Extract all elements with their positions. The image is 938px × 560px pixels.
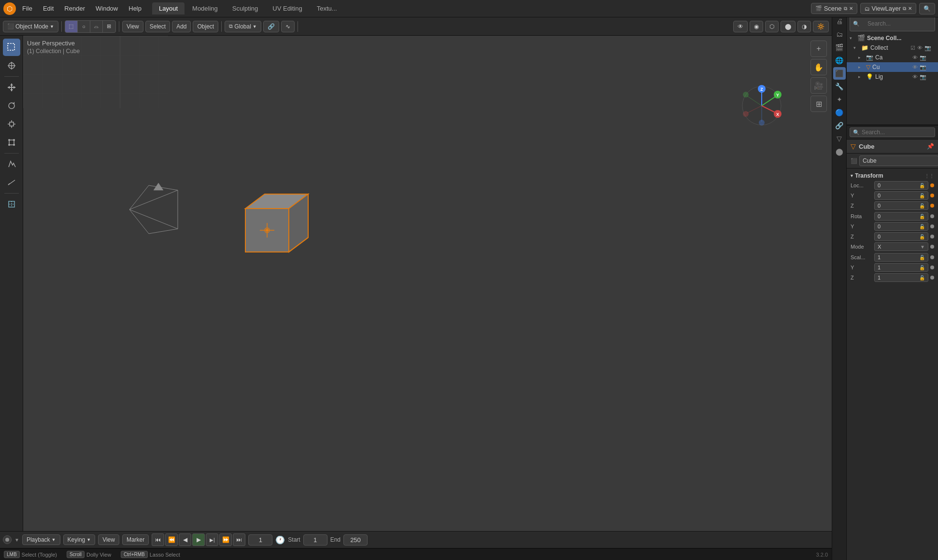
object-menu[interactable]: Object xyxy=(193,21,218,32)
tab-layout[interactable]: Layout xyxy=(152,2,185,14)
tool-add-object[interactable] xyxy=(3,196,20,213)
view-menu[interactable]: View xyxy=(122,21,143,32)
tool-rotate[interactable] xyxy=(3,97,20,114)
select-mode-4[interactable]: ⊞ xyxy=(103,21,115,32)
prop-icon-constraints[interactable]: 🔗 xyxy=(833,119,846,132)
camera-view-button[interactable]: 🎥 xyxy=(810,77,827,94)
light-eye[interactable]: 👁 xyxy=(912,74,918,80)
grid-view-button[interactable]: ⊞ xyxy=(810,96,827,112)
cube-eye[interactable]: 👁 xyxy=(912,64,918,70)
tool-cursor[interactable] xyxy=(3,57,20,74)
current-frame-input[interactable] xyxy=(248,534,272,546)
loc-z-lock[interactable]: 🔓 xyxy=(919,203,925,209)
rot-x-lock[interactable]: 🔓 xyxy=(919,214,925,219)
location-x-field[interactable]: 0 🔓 xyxy=(874,181,928,190)
rotation-mode-field[interactable]: X ▼ xyxy=(874,242,928,251)
collect-render[interactable]: 📷 xyxy=(924,45,931,51)
transport-next-frame[interactable]: ▶| xyxy=(206,533,218,546)
main-viewport[interactable]: User Perspective (1) Collection | Cube xyxy=(23,36,832,531)
transform-selector[interactable]: ⧉ Global ▼ xyxy=(225,21,261,32)
shading-mode-solid[interactable]: ⬤ xyxy=(781,21,796,32)
prop-icon-material[interactable]: ⬤ xyxy=(833,145,846,158)
viewlayer-selector[interactable]: 🗂 ViewLayer ⧉ ✕ xyxy=(860,3,916,14)
shading-mode-render[interactable]: 🔆 xyxy=(813,21,829,32)
rot-y-lock[interactable]: 🔓 xyxy=(919,224,925,229)
prop-icon-particles[interactable]: ✦ xyxy=(833,93,846,106)
transform-section-header[interactable]: ▾ Transform ⋮⋮ xyxy=(851,170,934,181)
camera-eye[interactable]: 👁 xyxy=(912,55,918,61)
menu-file[interactable]: File xyxy=(17,3,37,14)
outliner-item-light[interactable]: ▸ 💡 Lig 👁 📷 xyxy=(847,72,938,82)
tool-scale[interactable] xyxy=(3,115,20,133)
tool-select[interactable] xyxy=(3,39,20,56)
tool-annotate[interactable] xyxy=(3,155,20,173)
pan-button[interactable]: ✋ xyxy=(810,59,827,75)
prop-icon-modifiers[interactable]: 🔧 xyxy=(833,80,846,93)
rotation-z-field[interactable]: 0 🔓 xyxy=(874,232,928,241)
transport-prev-frame[interactable]: ◀ xyxy=(179,533,191,546)
timeline-expand[interactable]: ▼ xyxy=(14,537,19,543)
prop-icon-object[interactable]: ⬛ xyxy=(833,67,846,80)
rot-z-lock[interactable]: 🔓 xyxy=(919,234,925,239)
view-menu-timeline[interactable]: View xyxy=(98,534,119,545)
select-mode-lasso[interactable]: ⌓ xyxy=(90,21,103,32)
overlay-button[interactable]: 👁 xyxy=(733,21,748,32)
loc-x-lock[interactable]: 🔓 xyxy=(919,183,925,188)
prop-icon-scene[interactable]: 🎬 xyxy=(833,41,846,54)
collect-checkbox[interactable]: ☑ xyxy=(910,45,915,51)
snap-button[interactable]: 🔗 xyxy=(263,21,279,32)
shading-toggle[interactable]: ◉ xyxy=(750,21,763,32)
camera-render[interactable]: 📷 xyxy=(920,55,926,61)
zoom-in-button[interactable]: + xyxy=(810,41,827,57)
select-menu[interactable]: Select xyxy=(145,21,170,32)
prop-icon-view-layer[interactable]: 🗂 xyxy=(833,28,846,41)
outliner-item-cube[interactable]: ▸ ▽ Cu 👁 📷 xyxy=(847,62,938,72)
prop-icon-data[interactable]: ▽ xyxy=(833,132,846,145)
prop-search-input[interactable] xyxy=(862,129,934,136)
transport-next-keyframe[interactable]: ⏩ xyxy=(219,533,232,546)
keying-menu[interactable]: Keying ▼ xyxy=(63,534,96,545)
tool-move[interactable] xyxy=(3,79,20,96)
outliner-item-0[interactable]: ▾ 📁 Collect ☑ 👁 📷 xyxy=(847,43,938,53)
rotation-y-field[interactable]: 0 🔓 xyxy=(874,222,928,231)
outliner-scene-collection[interactable]: ▾ 🎬 Scene Coll... xyxy=(847,33,938,43)
tool-transform[interactable] xyxy=(3,134,20,151)
end-frame-input[interactable] xyxy=(343,534,368,546)
tab-modeling[interactable]: Modeling xyxy=(185,2,225,14)
mode-selector[interactable]: ⬛ Object Mode ▼ xyxy=(3,21,58,32)
scale-z-field[interactable]: 1 🔓 xyxy=(874,273,928,282)
proportional-edit[interactable]: ∿ xyxy=(281,21,295,32)
start-frame-input[interactable] xyxy=(303,534,327,546)
scale-y-lock[interactable]: 🔓 xyxy=(919,265,925,270)
add-menu[interactable]: Add xyxy=(172,21,191,32)
menu-render[interactable]: Render xyxy=(59,3,90,14)
transport-jump-start[interactable]: ⏮ xyxy=(152,533,164,546)
viewport-gizmo[interactable]: Z Y X xyxy=(740,84,783,127)
location-z-field[interactable]: 0 🔓 xyxy=(874,201,928,210)
rotation-x-field[interactable]: 0 🔓 xyxy=(874,212,928,221)
shading-mode-wire[interactable]: ⬡ xyxy=(765,21,779,32)
collect-eye[interactable]: 👁 xyxy=(917,45,923,51)
prop-icon-world[interactable]: 🌐 xyxy=(833,54,846,67)
scale-z-lock[interactable]: 🔓 xyxy=(919,275,925,280)
select-mode-box[interactable]: ⬚ xyxy=(65,21,78,32)
outliner-item-camera[interactable]: ▸ 📷 Ca 👁 📷 xyxy=(847,53,938,62)
light-render[interactable]: 📷 xyxy=(920,74,926,80)
tab-texture[interactable]: Textu... xyxy=(310,2,344,14)
scale-y-field[interactable]: 1 🔓 xyxy=(874,263,928,272)
prop-pin-icon[interactable]: 📌 xyxy=(927,143,934,150)
menu-help[interactable]: Help xyxy=(124,3,146,14)
transport-jump-end[interactable]: ⏭ xyxy=(233,533,245,546)
search-button[interactable]: 🔍 xyxy=(919,3,935,14)
scale-x-field[interactable]: 1 🔓 xyxy=(874,253,928,262)
tab-sculpting[interactable]: Sculpting xyxy=(226,2,265,14)
playback-menu[interactable]: Playback ▼ xyxy=(22,534,60,545)
outliner-search-input[interactable] xyxy=(865,19,929,28)
loc-y-lock[interactable]: 🔓 xyxy=(919,193,925,198)
scale-x-lock[interactable]: 🔓 xyxy=(919,255,925,260)
menu-edit[interactable]: Edit xyxy=(38,3,58,14)
marker-menu[interactable]: Marker xyxy=(122,534,149,545)
object-name-input[interactable] xyxy=(859,155,938,166)
scene-selector[interactable]: 🎬 Scene ⧉ ✕ xyxy=(811,3,857,14)
menu-window[interactable]: Window xyxy=(91,3,123,14)
